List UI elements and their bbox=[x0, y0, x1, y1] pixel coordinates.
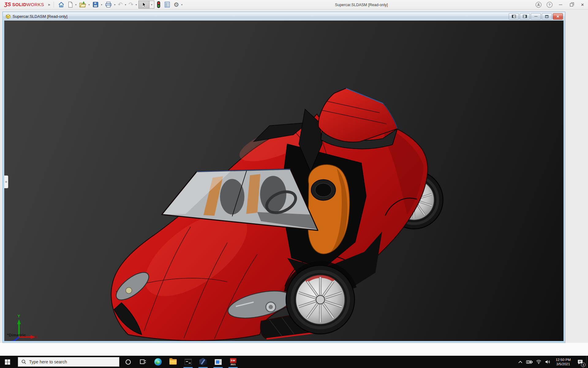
triad-x-label: X bbox=[35, 335, 37, 339]
taskbar-item-cortana[interactable] bbox=[121, 356, 135, 368]
front-wheel[interactable] bbox=[286, 263, 355, 334]
new-document-icon bbox=[68, 1, 73, 8]
wifi-icon bbox=[536, 360, 541, 364]
file-properties-icon bbox=[164, 1, 171, 8]
home-icon bbox=[58, 1, 65, 8]
speaker-icon bbox=[545, 360, 551, 364]
open-icon bbox=[79, 1, 86, 8]
undo-button[interactable]: ↶ bbox=[117, 1, 124, 9]
app-window-title: Supercar.SLDASM [Read-only] bbox=[318, 0, 404, 10]
home-button[interactable] bbox=[57, 1, 66, 9]
solidworks-2021-icon: SW 2021 bbox=[230, 358, 236, 366]
select-tool-group: ▾ bbox=[138, 1, 154, 9]
cursor-icon bbox=[141, 2, 146, 8]
select-tool-button[interactable] bbox=[139, 1, 149, 8]
minimize-icon bbox=[559, 5, 562, 5]
taskbar-item-command-prompt[interactable] bbox=[181, 356, 195, 368]
rebuild-button[interactable] bbox=[155, 1, 162, 9]
print-dropdown[interactable]: ▾ bbox=[114, 3, 115, 6]
help-button[interactable]: ? bbox=[544, 0, 555, 10]
file-properties-button[interactable] bbox=[163, 1, 172, 9]
document-minimize-icon bbox=[534, 16, 537, 17]
toolbar-separator bbox=[54, 2, 54, 8]
battery-charging-icon bbox=[526, 360, 533, 364]
taskbar-item-edge[interactable] bbox=[151, 356, 165, 368]
close-button[interactable]: ✕ bbox=[577, 0, 588, 10]
split-pane-right-icon bbox=[523, 15, 527, 18]
edge-icon bbox=[154, 358, 162, 366]
search-icon bbox=[21, 359, 26, 364]
document-window: Supercar.SLDASM [Read-only] bbox=[2, 12, 565, 343]
hexagon-app-icon bbox=[199, 358, 207, 366]
gear-icon: ⚙ bbox=[174, 2, 179, 8]
volume-control[interactable] bbox=[543, 356, 552, 368]
taskbar: Type here to search SW 2021 bbox=[0, 356, 588, 368]
select-tool-dropdown[interactable]: ▾ bbox=[149, 1, 154, 8]
split-pane-right-button[interactable] bbox=[520, 13, 530, 20]
start-button[interactable] bbox=[0, 356, 15, 368]
triad-y-label: Y bbox=[17, 314, 20, 318]
split-pane-left-icon bbox=[512, 15, 516, 18]
menu-expander-icon[interactable]: ▶ bbox=[48, 3, 51, 6]
account-icon bbox=[536, 2, 541, 8]
rebuild-traffic-light-icon bbox=[156, 1, 161, 8]
hidden-icons-button[interactable] bbox=[516, 356, 525, 368]
document-title: Supercar.SLDASM [Read-only] bbox=[13, 14, 67, 19]
redo-dropdown[interactable]: ▾ bbox=[136, 3, 137, 6]
search-placeholder: Type here to search bbox=[29, 359, 67, 364]
undo-dropdown[interactable]: ▾ bbox=[125, 3, 126, 6]
file-explorer-icon bbox=[169, 359, 177, 365]
notification-badge: 3 bbox=[581, 362, 586, 367]
app-titlebar: ƷS SOLID WORKS ▶ ▾ ▾ bbox=[0, 0, 588, 10]
system-tray: 12:50 PM 3/5/2021 3 bbox=[516, 356, 588, 368]
print-button[interactable] bbox=[104, 1, 113, 9]
new-document-button[interactable] bbox=[66, 1, 74, 9]
action-center-button[interactable]: 3 bbox=[574, 356, 586, 368]
battery-status[interactable] bbox=[525, 356, 534, 368]
wifi-status[interactable] bbox=[534, 356, 543, 368]
flyout-grip-icon bbox=[5, 181, 7, 183]
car-model-supercar[interactable] bbox=[4, 21, 564, 341]
taskbar-clock[interactable]: 12:50 PM 3/5/2021 bbox=[554, 358, 573, 366]
restore-button[interactable] bbox=[566, 0, 577, 10]
redo-button[interactable]: ↷ bbox=[127, 1, 135, 9]
app-window-controls: ? ✕ bbox=[533, 0, 588, 10]
windows-logo-icon bbox=[5, 359, 10, 365]
document-restore-button[interactable] bbox=[542, 13, 552, 20]
undo-icon: ↶ bbox=[118, 2, 123, 8]
chevron-up-icon bbox=[518, 361, 522, 363]
document-titlebar[interactable]: Supercar.SLDASM [Read-only] bbox=[3, 12, 565, 21]
open-button[interactable] bbox=[78, 1, 88, 9]
document-restore-icon bbox=[545, 15, 548, 18]
solidworks-logo: ƷS SOLID WORKS bbox=[4, 2, 44, 8]
show-desktop-button[interactable] bbox=[586, 356, 588, 368]
taskbar-item-media-app[interactable] bbox=[211, 356, 225, 368]
clock-time: 12:50 PM bbox=[554, 358, 573, 362]
open-dropdown[interactable]: ▾ bbox=[89, 3, 90, 6]
options-button[interactable]: ⚙ bbox=[172, 1, 180, 9]
command-prompt-icon bbox=[185, 359, 192, 365]
minimize-button[interactable] bbox=[555, 0, 566, 10]
options-dropdown[interactable]: ▾ bbox=[181, 3, 183, 6]
graphics-viewport[interactable]: Y X *Dimetric bbox=[4, 21, 564, 341]
account-button[interactable] bbox=[533, 0, 544, 10]
cortana-icon bbox=[126, 359, 131, 365]
document-close-button[interactable]: ✕ bbox=[553, 13, 563, 20]
print-icon bbox=[105, 1, 112, 8]
close-icon: ✕ bbox=[581, 2, 584, 7]
gullwing-door-open[interactable] bbox=[318, 88, 397, 149]
save-button[interactable] bbox=[91, 1, 100, 9]
redo-icon: ↷ bbox=[129, 2, 134, 8]
feature-panel-flyout-tab[interactable] bbox=[4, 175, 8, 188]
save-dropdown[interactable]: ▾ bbox=[101, 3, 102, 6]
new-document-dropdown[interactable]: ▾ bbox=[75, 3, 77, 6]
document-minimize-button[interactable] bbox=[531, 13, 541, 20]
taskbar-item-hexagon-app[interactable] bbox=[196, 356, 210, 368]
search-input[interactable]: Type here to search bbox=[18, 357, 119, 367]
taskbar-item-solidworks[interactable]: SW 2021 bbox=[226, 356, 240, 368]
split-pane-left-button[interactable] bbox=[509, 13, 519, 20]
document-window-buttons: ✕ bbox=[509, 13, 563, 20]
taskbar-item-file-explorer[interactable] bbox=[166, 356, 180, 368]
taskbar-item-task-view[interactable] bbox=[136, 356, 150, 368]
status-bar bbox=[0, 343, 588, 356]
